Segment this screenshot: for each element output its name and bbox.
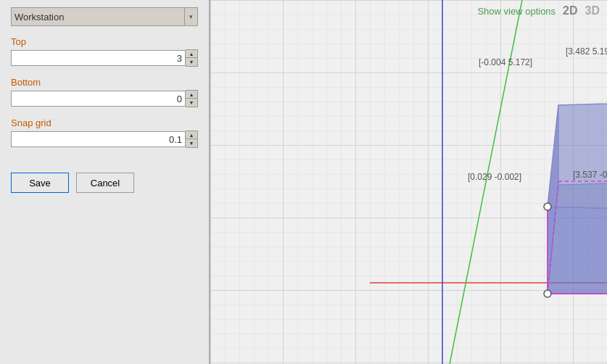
bottom-field-row: ▲ ▼ bbox=[11, 90, 198, 107]
snap-grid-field-row: ▲ ▼ bbox=[11, 131, 198, 148]
top-input[interactable] bbox=[11, 50, 186, 66]
svg-text:[3.537 -0.013]: [3.537 -0.013] bbox=[573, 170, 607, 180]
bottom-spin-down[interactable]: ▼ bbox=[186, 99, 197, 107]
cancel-button[interactable]: Cancel bbox=[76, 173, 134, 193]
button-row: Save Cancel bbox=[11, 173, 198, 193]
top-spin-buttons: ▲ ▼ bbox=[186, 49, 198, 67]
bottom-spin-buttons: ▲ ▼ bbox=[186, 90, 198, 107]
svg-rect-1 bbox=[210, 0, 607, 364]
workstation-select[interactable]: Workstation bbox=[11, 7, 185, 26]
svg-point-16 bbox=[544, 203, 551, 210]
workstation-select-wrapper: Workstation ▾ bbox=[11, 7, 198, 26]
view-2d-button[interactable]: 2D bbox=[563, 4, 577, 17]
show-view-options[interactable]: Show view options bbox=[477, 6, 556, 17]
snap-grid-spin-buttons: ▲ ▼ bbox=[186, 131, 198, 148]
snap-grid-input[interactable] bbox=[11, 131, 186, 147]
viewport-canvas: [-0.004 5.172] [3.482 5.194] [0.029 -0.0… bbox=[210, 0, 607, 364]
bottom-input[interactable] bbox=[11, 91, 186, 107]
snap-grid-spin-up[interactable]: ▲ bbox=[186, 131, 197, 139]
save-button[interactable]: Save bbox=[11, 173, 69, 193]
top-spin-up[interactable]: ▲ bbox=[186, 50, 197, 58]
top-label: Top bbox=[11, 36, 198, 47]
bottom-label: Bottom bbox=[11, 77, 198, 88]
snap-grid-label: Snap grid bbox=[11, 117, 198, 128]
left-panel: Workstation ▾ Top ▲ ▼ Bottom ▲ ▼ Snap gr… bbox=[0, 0, 210, 364]
svg-text:[-0.004 5.172]: [-0.004 5.172] bbox=[479, 57, 532, 67]
svg-text:[3.482 5.194]: [3.482 5.194] bbox=[566, 46, 607, 57]
svg-marker-9 bbox=[548, 207, 607, 294]
view-3d-button[interactable]: 3D bbox=[585, 4, 600, 17]
viewport-panel: Show view options 2D 3D bbox=[210, 0, 607, 364]
snap-grid-spin-down[interactable]: ▼ bbox=[186, 139, 197, 147]
svg-text:[0.029 -0.002]: [0.029 -0.002] bbox=[468, 172, 521, 182]
viewport-header: Show view options 2D 3D bbox=[477, 4, 600, 17]
top-field-row: ▲ ▼ bbox=[11, 49, 198, 67]
bottom-spin-up[interactable]: ▲ bbox=[186, 91, 197, 99]
top-spin-down[interactable]: ▼ bbox=[186, 58, 197, 66]
svg-point-18 bbox=[544, 290, 551, 297]
workstation-dropdown-arrow[interactable]: ▾ bbox=[185, 7, 198, 26]
